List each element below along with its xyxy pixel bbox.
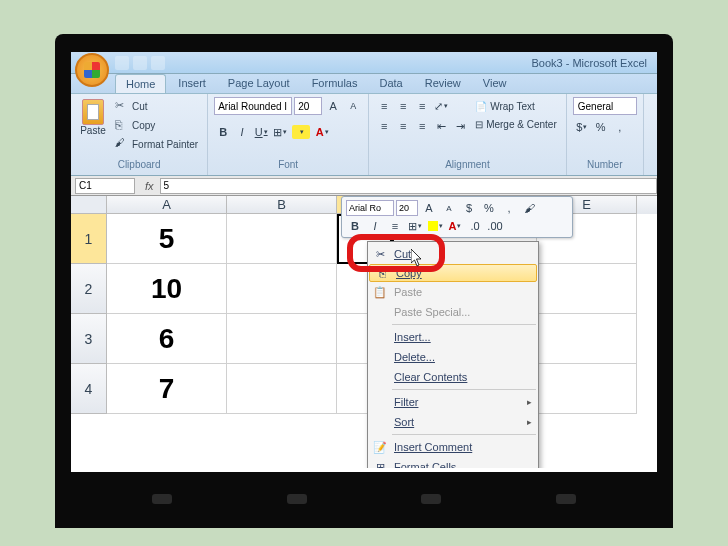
- qat-undo-icon[interactable]: [133, 56, 147, 70]
- merge-center-button[interactable]: ⊟ Merge & Center: [472, 115, 560, 133]
- font-name-select[interactable]: [214, 97, 292, 115]
- formula-bar: fx: [71, 176, 657, 196]
- increase-font-button[interactable]: A: [324, 97, 342, 115]
- tab-page-layout[interactable]: Page Layout: [218, 74, 300, 93]
- mini-format-painter-icon[interactable]: 🖌: [520, 199, 538, 217]
- cm-paste-special[interactable]: Paste Special...: [368, 302, 538, 322]
- tab-home[interactable]: Home: [115, 74, 166, 93]
- mini-inc-decimal[interactable]: .00: [486, 217, 504, 235]
- brush-icon: [115, 137, 129, 151]
- orientation-button[interactable]: ⤢: [432, 97, 450, 115]
- tab-view[interactable]: View: [473, 74, 517, 93]
- increase-indent-button[interactable]: ⇥: [451, 117, 469, 135]
- accounting-button[interactable]: $: [573, 118, 591, 136]
- qat-save-icon[interactable]: [115, 56, 129, 70]
- cm-delete[interactable]: Delete...: [368, 347, 538, 367]
- number-format-select[interactable]: [573, 97, 637, 115]
- align-left-button[interactable]: ≡: [375, 117, 393, 135]
- bold-button[interactable]: B: [214, 123, 232, 141]
- decrease-indent-button[interactable]: ⇤: [432, 117, 450, 135]
- cm-copy[interactable]: ⎘ Copy: [369, 264, 537, 282]
- font-size-select[interactable]: [294, 97, 322, 115]
- col-header-b[interactable]: B: [227, 196, 337, 214]
- mouse-cursor: [411, 249, 425, 267]
- decrease-font-button[interactable]: A: [344, 97, 362, 115]
- tab-formulas[interactable]: Formulas: [302, 74, 368, 93]
- mini-percent[interactable]: %: [480, 199, 498, 217]
- italic-button[interactable]: I: [233, 123, 251, 141]
- mini-border[interactable]: ⊞: [406, 217, 424, 235]
- paste-button[interactable]: Paste: [77, 97, 109, 159]
- mini-bold[interactable]: B: [346, 217, 364, 235]
- align-bottom-button[interactable]: ≡: [413, 97, 431, 115]
- cell-e2[interactable]: [537, 264, 637, 314]
- ribbon-tabs: Home Insert Page Layout Formulas Data Re…: [71, 74, 657, 94]
- row-header-4[interactable]: 4: [71, 364, 107, 414]
- qat-redo-icon[interactable]: [151, 56, 165, 70]
- row-header-3[interactable]: 3: [71, 314, 107, 364]
- tab-review[interactable]: Review: [415, 74, 471, 93]
- comment-icon: 📝: [372, 439, 388, 455]
- cm-filter-label: Filter: [394, 396, 418, 408]
- office-button[interactable]: [75, 53, 109, 87]
- cm-sort[interactable]: Sort: [368, 412, 538, 432]
- mini-center[interactable]: ≡: [386, 217, 404, 235]
- mini-grow-font[interactable]: A: [420, 199, 438, 217]
- cm-format-cells[interactable]: ⊞ Format Cells...: [368, 457, 538, 468]
- copy-button[interactable]: Copy: [112, 116, 201, 134]
- comma-button[interactable]: ,: [611, 118, 629, 136]
- font-color-button[interactable]: A: [313, 123, 331, 141]
- cm-cut[interactable]: ✂ Cut: [368, 244, 538, 264]
- tab-data[interactable]: Data: [369, 74, 412, 93]
- select-all-corner[interactable]: [71, 196, 107, 214]
- name-box[interactable]: [75, 178, 135, 194]
- cell-a1[interactable]: 5: [107, 214, 227, 264]
- row-header-1[interactable]: 1: [71, 214, 107, 264]
- fx-label[interactable]: fx: [139, 180, 160, 192]
- mini-fill[interactable]: [426, 217, 444, 235]
- align-top-button[interactable]: ≡: [375, 97, 393, 115]
- cm-clear[interactable]: Clear Contents: [368, 367, 538, 387]
- tab-insert[interactable]: Insert: [168, 74, 216, 93]
- align-center-button[interactable]: ≡: [394, 117, 412, 135]
- cm-copy-label: Copy: [396, 267, 422, 279]
- col-header-a[interactable]: A: [107, 196, 227, 214]
- mini-shrink-font[interactable]: A: [440, 199, 458, 217]
- cm-insert[interactable]: Insert...: [368, 327, 538, 347]
- cell-b1[interactable]: [227, 214, 337, 264]
- formula-input[interactable]: [160, 178, 657, 194]
- mini-font-name[interactable]: [346, 200, 394, 216]
- copy-label: Copy: [132, 120, 155, 131]
- align-middle-button[interactable]: ≡: [394, 97, 412, 115]
- ribbon-group-font: A A B I U ⊞ A Font: [208, 94, 369, 175]
- cell-a3[interactable]: 6: [107, 314, 227, 364]
- underline-button[interactable]: U: [252, 123, 270, 141]
- percent-button[interactable]: %: [592, 118, 610, 136]
- cell-b4[interactable]: [227, 364, 337, 414]
- wrap-text-button[interactable]: 📄 Wrap Text: [472, 97, 560, 115]
- cm-insert-comment[interactable]: 📝 Insert Comment: [368, 437, 538, 457]
- mini-font-size[interactable]: [396, 200, 418, 216]
- mini-accounting[interactable]: $: [460, 199, 478, 217]
- mini-italic[interactable]: I: [366, 217, 384, 235]
- mini-font-color[interactable]: A: [446, 217, 464, 235]
- cell-e3[interactable]: [537, 314, 637, 364]
- fill-color-button[interactable]: [292, 125, 310, 139]
- mini-comma[interactable]: ,: [500, 199, 518, 217]
- align-right-button[interactable]: ≡: [413, 117, 431, 135]
- cm-filter[interactable]: Filter: [368, 392, 538, 412]
- cell-b2[interactable]: [227, 264, 337, 314]
- format-painter-button[interactable]: Format Painter: [112, 135, 201, 153]
- cell-e4[interactable]: [537, 364, 637, 414]
- cut-button[interactable]: Cut: [112, 97, 201, 115]
- cell-a4[interactable]: 7: [107, 364, 227, 414]
- spreadsheet-grid: A B C D E 1 5 5 2 10: [71, 196, 657, 468]
- cm-separator: [392, 324, 536, 325]
- cell-b3[interactable]: [227, 314, 337, 364]
- border-button[interactable]: ⊞: [271, 123, 289, 141]
- cm-paste[interactable]: 📋 Paste: [368, 282, 538, 302]
- mini-dec-decimal[interactable]: .0: [466, 217, 484, 235]
- paste-icon: [82, 99, 104, 125]
- row-header-2[interactable]: 2: [71, 264, 107, 314]
- cell-a2[interactable]: 10: [107, 264, 227, 314]
